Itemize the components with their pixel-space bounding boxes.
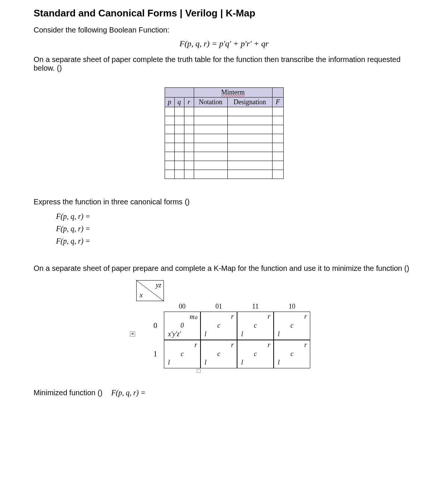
truth-header-F-blank (272, 88, 283, 98)
kmap: yz x 00 01 11 10 0 1 m₀ 0 x′y′z′ r c l r… (136, 280, 312, 374)
kmap-corner: yz x (136, 280, 164, 301)
kmap-cell-0-10: r c l (274, 312, 310, 340)
kmap-axis-yz: yz (156, 281, 161, 289)
kmap-intro: On a separate sheet of paper prepare and… (34, 264, 414, 273)
minimized-function-line: Minimized function () F(p, q, r) = (34, 389, 414, 397)
kmap-cell-1-00: r c l (164, 340, 200, 368)
truth-row (165, 125, 283, 134)
kmap-cell-0-00: m₀ 0 x′y′z′ (164, 312, 200, 340)
canonical-line-3: F(p, q, r) = (56, 237, 414, 245)
truth-header-q: q (174, 98, 184, 107)
move-handle-icon[interactable]: ✥ (130, 331, 135, 337)
kmap-cell-0-11: r c l (237, 312, 274, 340)
canonical-line-1: F(p, q, r) = (56, 212, 414, 221)
kmap-cell-1-10: r c l (274, 340, 310, 368)
truth-header-notation: Notation (194, 98, 227, 107)
intro-paragraph-1: Consider the following Boolean Function: (34, 26, 414, 34)
kmap-cell-1-01: r c l (200, 340, 237, 368)
truth-row (165, 170, 283, 179)
truth-row (165, 134, 283, 143)
truth-header-minterm: Minterm (194, 88, 272, 98)
truth-table: Minterm p q r Notation Designation F (165, 87, 284, 179)
truth-row (165, 161, 283, 170)
truth-row (165, 143, 283, 152)
canonical-line-2: F(p, q, r) = (56, 225, 414, 233)
minimized-label: Minimized function () (34, 389, 103, 397)
kmap-rowhead-1: 1 (136, 348, 164, 359)
truth-row (165, 116, 283, 125)
kmap-cell-0-01: r c l (200, 312, 237, 340)
truth-header-F: F (272, 98, 283, 107)
canonical-intro: Express the function in three canonical … (34, 198, 414, 206)
truth-header-designation: Designation (227, 98, 272, 107)
kmap-axis-x: x (140, 291, 143, 299)
truth-row (165, 152, 283, 161)
drag-handle-icon[interactable] (197, 369, 200, 373)
truth-header-row-1: Minterm (165, 88, 283, 98)
kmap-colhead-10: 10 (274, 301, 310, 312)
truth-header-r: r (184, 98, 194, 107)
intro-paragraph-2: On a separate sheet of paper complete th… (34, 55, 414, 72)
kmap-colhead-11: 11 (237, 301, 274, 312)
kmap-rowhead-0: 0 (136, 320, 164, 331)
kmap-colhead-00: 00 (164, 301, 200, 312)
truth-row (165, 107, 283, 116)
truth-header-p: p (165, 98, 174, 107)
boolean-equation: F(p, q, r) = p′q′ + p′r′ + qr (34, 39, 414, 49)
kmap-cell-1-11: r c l (237, 340, 274, 368)
truth-header-row-2: p q r Notation Designation F (165, 98, 283, 107)
page-title: Standard and Canonical Forms | Verilog |… (34, 7, 414, 19)
kmap-colhead-01: 01 (200, 301, 237, 312)
minimized-equation: F(p, q, r) = (105, 389, 146, 397)
truth-header-blank (165, 88, 194, 98)
